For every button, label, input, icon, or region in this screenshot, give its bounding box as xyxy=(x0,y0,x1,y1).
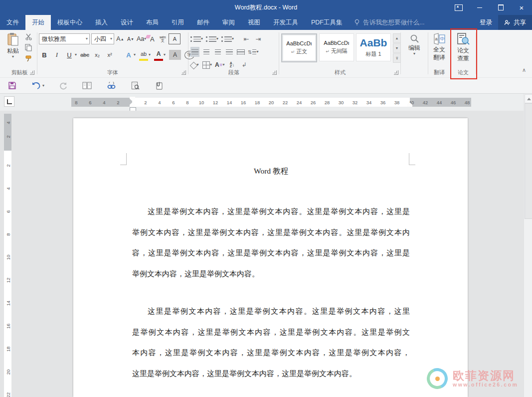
font-size-combobox[interactable]: 小四▾ xyxy=(91,33,114,44)
line-spacing-button[interactable]: ⇅▾ xyxy=(248,47,258,57)
tab-references[interactable]: 引用 xyxy=(165,15,190,30)
align-right-button[interactable] xyxy=(213,47,222,57)
bullet-list-button[interactable]: ▾ xyxy=(190,34,203,44)
text-effects-button[interactable]: A xyxy=(124,50,133,60)
multilevel-list-button[interactable]: ▾ xyxy=(221,34,234,44)
phonetic-guide-button[interactable]: wén文 xyxy=(158,34,167,44)
document-heading[interactable]: Word 教程 xyxy=(132,166,410,177)
text-effects-caret[interactable]: ▾ xyxy=(134,53,136,56)
tab-layout[interactable]: 布局 xyxy=(140,15,165,30)
paste-dropdown-caret[interactable]: ▾ xyxy=(12,55,14,58)
vertical-scrollbar[interactable] xyxy=(524,94,532,397)
grow-font-button[interactable]: A▲ xyxy=(116,34,125,44)
distribute-button[interactable] xyxy=(236,47,245,57)
scroll-up-button[interactable] xyxy=(525,94,532,103)
font-color-button[interactable]: A xyxy=(154,49,163,61)
decrease-indent-button[interactable]: ⇤ xyxy=(242,34,251,44)
paragraph-2[interactable]: 这里是举例文本内容，这里是举例文本内容。这里是举例文本内容，这里是举例文本内容，… xyxy=(132,301,410,384)
change-case-button[interactable]: Aa▾ xyxy=(137,34,146,44)
print-preview-button[interactable] xyxy=(131,81,140,90)
styles-scroll-up[interactable]: ▲ xyxy=(393,33,401,43)
tab-home[interactable]: 开始 xyxy=(25,15,51,30)
redo-button[interactable] xyxy=(59,82,67,90)
paragraph-1[interactable]: 这里是举例文本内容，这里是举例文本内容。这里是举例文本内容，这里是举例文本内容，… xyxy=(132,201,410,284)
clipboard-dialog-launcher[interactable] xyxy=(30,70,34,75)
character-shading-button[interactable]: A xyxy=(169,50,181,60)
attachment-button[interactable] xyxy=(155,81,164,90)
subscript-button[interactable]: x₂ xyxy=(93,50,102,60)
ribbon-display-options-button[interactable] xyxy=(448,0,469,15)
shrink-font-button[interactable]: A▼ xyxy=(126,34,135,44)
scrollbar-thumb[interactable] xyxy=(525,103,532,219)
align-left-button[interactable] xyxy=(190,47,199,57)
font-name-combobox[interactable]: 微软雅黑▾ xyxy=(39,33,90,44)
text-line[interactable]: 容，这里是举例文本内容，这里是举例文本内容，这里是举例文本内容，这里是 xyxy=(132,243,410,264)
justify-button[interactable] xyxy=(225,47,234,57)
align-center-button[interactable] xyxy=(202,47,211,57)
text-line[interactable]: 这里是举例文本内容，这里是举例文本内容。这里是举例文本内容，这里是 xyxy=(132,201,410,222)
bold-button[interactable]: B xyxy=(40,50,49,60)
strikethrough-button[interactable]: abc xyxy=(80,50,89,60)
save-button[interactable] xyxy=(8,81,16,90)
borders-button[interactable]: ▾ xyxy=(202,60,212,70)
increase-indent-button[interactable]: ⇥ xyxy=(254,34,263,44)
font-color-caret[interactable]: ▾ xyxy=(164,53,166,56)
highlight-button[interactable]: ab xyxy=(139,49,148,61)
style-no-spacing[interactable]: AaBbCcDı ↵ 无间隔 xyxy=(319,33,354,61)
maximize-button[interactable] xyxy=(490,0,511,15)
sign-in-button[interactable]: 登录 xyxy=(474,15,498,30)
underline-caret[interactable]: ▾ xyxy=(75,53,77,56)
undo-caret[interactable]: ▾ xyxy=(42,84,44,87)
minimize-button[interactable] xyxy=(469,0,490,15)
font-dialog-launcher[interactable] xyxy=(181,70,186,75)
paragraph-dialog-launcher[interactable] xyxy=(272,70,277,75)
show-marks-button[interactable]: ↲ xyxy=(239,60,248,70)
style-normal[interactable]: AaBbCcDı ↵ 正文 xyxy=(281,33,317,62)
tell-me-search[interactable]: 告诉我您想要做什么... xyxy=(354,15,425,30)
text-line[interactable]: 这里是举例文本内容，这里是举例文本内容，这里是举例文本内容。 xyxy=(132,364,410,385)
numbered-list-button[interactable]: ▾ xyxy=(206,34,218,44)
paper-check-button[interactable]: 论文 查重 xyxy=(452,33,475,62)
tab-pdf-tools[interactable]: PDF工具集 xyxy=(305,15,349,30)
tab-stop-selector[interactable] xyxy=(4,96,14,107)
tab-design[interactable]: 设计 xyxy=(114,15,140,30)
text-line[interactable]: 举例文本内容，这里是举例文本内容，这里是举例文本内容。这里是举例文本内 xyxy=(132,222,410,243)
collapse-ribbon-chevron[interactable]: ∧ xyxy=(522,67,526,73)
clear-formatting-button[interactable]: A xyxy=(148,34,157,44)
tab-file[interactable]: 文件 xyxy=(0,15,25,30)
style-heading1[interactable]: AaBb 标题 1 xyxy=(356,33,391,61)
text-line[interactable]: 是举例文本内容，这里是举例文本内容，这里是举例文本内容。这里是举例文 xyxy=(132,322,410,343)
share-button[interactable]: 共享 xyxy=(498,15,532,30)
text-line[interactable]: 这里是举例文本内容，这里是举例文本内容。这里是举例文本内容，这里 xyxy=(132,301,410,322)
text-line[interactable]: 举例文本内容，这里是举例文本内容。 xyxy=(132,264,410,285)
close-button[interactable]: × xyxy=(511,0,532,15)
two-page-view-button[interactable] xyxy=(82,82,92,89)
superscript-button[interactable]: x² xyxy=(105,50,114,60)
text-line[interactable]: 本内容，这里是举例文本内容，这里是举例文本内容，这里是举例文本内容， xyxy=(132,343,410,364)
cut-button[interactable] xyxy=(25,33,32,40)
tab-insert[interactable]: 插入 xyxy=(89,15,114,30)
paste-button[interactable]: 粘贴 ▾ xyxy=(4,32,22,58)
sort-button[interactable]: AZ↓ xyxy=(227,60,236,70)
tab-review[interactable]: 审阅 xyxy=(216,15,241,30)
tab-mailings[interactable]: 邮件 xyxy=(190,15,216,30)
tab-developer[interactable]: 开发工具 xyxy=(267,15,305,30)
undo-button[interactable]: ▾ xyxy=(31,82,44,89)
styles-gallery-more[interactable]: ⊽ xyxy=(393,53,401,63)
full-translate-button[interactable]: a 中 全文 翻译 xyxy=(429,33,450,61)
underline-button[interactable]: U xyxy=(65,50,74,60)
format-painter-button[interactable] xyxy=(25,55,32,62)
styles-dialog-launcher[interactable] xyxy=(394,70,398,75)
document-page[interactable]: Word 教程 这里是举例文本内容，这里是举例文本内容。这里是举例文本内容，这里… xyxy=(73,118,468,397)
link-button[interactable] xyxy=(107,82,116,90)
shading-button[interactable]: ▾ xyxy=(190,60,199,70)
editing-button[interactable]: 编辑 ▾ xyxy=(402,34,427,55)
character-border-button[interactable]: A xyxy=(169,33,180,44)
asian-layout-button[interactable]: A✲▾ xyxy=(215,60,224,70)
highlight-caret[interactable]: ▾ xyxy=(149,53,151,56)
italic-button[interactable]: I xyxy=(52,50,61,60)
styles-scroll-down[interactable]: ▼ xyxy=(393,43,401,53)
tab-template-center[interactable]: 模板中心 xyxy=(51,15,89,30)
tab-view[interactable]: 视图 xyxy=(241,15,267,30)
copy-button[interactable] xyxy=(25,44,32,51)
